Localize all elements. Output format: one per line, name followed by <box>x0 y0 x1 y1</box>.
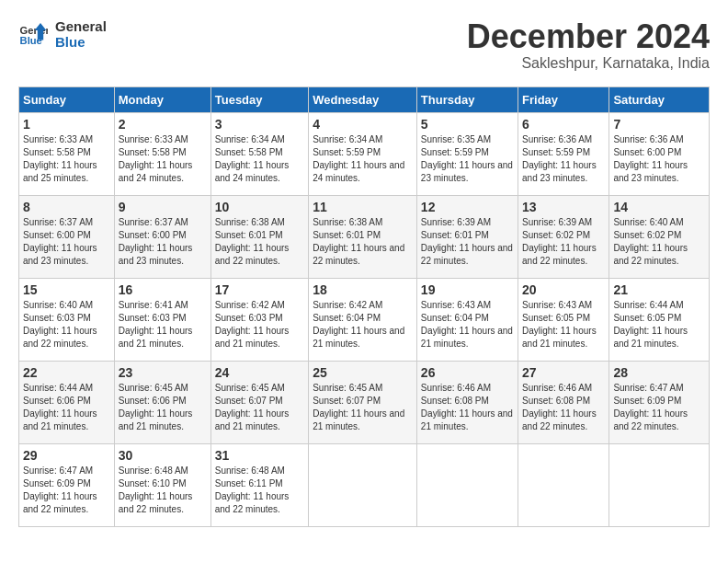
day-number: 24 <box>215 365 304 380</box>
day-detail: Sunrise: 6:44 AMSunset: 6:05 PMDaylight:… <box>613 300 688 349</box>
calendar-cell: 31 Sunrise: 6:48 AMSunset: 6:11 PMDaylig… <box>210 443 308 526</box>
day-number: 19 <box>421 282 514 297</box>
day-number: 11 <box>313 200 413 214</box>
calendar-cell <box>609 443 710 526</box>
location-title: Sakleshpur, Karnataka, India <box>467 55 710 72</box>
day-number: 1 <box>23 117 110 132</box>
week-row: 1 Sunrise: 6:33 AMSunset: 5:58 PMDayligh… <box>19 112 710 195</box>
day-number: 5 <box>421 117 514 132</box>
day-number: 20 <box>522 282 605 297</box>
calendar-cell: 23 Sunrise: 6:45 AMSunset: 6:06 PMDaylig… <box>114 361 210 443</box>
day-number: 2 <box>119 117 207 132</box>
logo: General Blue General Blue <box>18 18 107 50</box>
header-row: SundayMondayTuesdayWednesdayThursdayFrid… <box>19 86 710 112</box>
day-detail: Sunrise: 6:37 AMSunset: 6:00 PMDaylight:… <box>119 217 193 266</box>
day-number: 3 <box>215 117 304 132</box>
day-detail: Sunrise: 6:42 AMSunset: 6:03 PMDaylight:… <box>215 300 290 349</box>
day-detail: Sunrise: 6:39 AMSunset: 6:01 PMDaylight:… <box>421 217 513 266</box>
calendar-cell: 9 Sunrise: 6:37 AMSunset: 6:00 PMDayligh… <box>114 195 210 278</box>
calendar-cell: 14 Sunrise: 6:40 AMSunset: 6:02 PMDaylig… <box>609 195 710 278</box>
day-number: 9 <box>119 200 207 214</box>
day-detail: Sunrise: 6:34 AMSunset: 5:58 PMDaylight:… <box>215 134 290 183</box>
calendar-cell: 24 Sunrise: 6:45 AMSunset: 6:07 PMDaylig… <box>210 361 308 443</box>
day-number: 10 <box>215 200 304 214</box>
calendar-table: SundayMondayTuesdayWednesdayThursdayFrid… <box>18 86 710 527</box>
day-number: 27 <box>522 365 605 380</box>
calendar-cell: 12 Sunrise: 6:39 AMSunset: 6:01 PMDaylig… <box>416 195 518 278</box>
calendar-cell: 30 Sunrise: 6:48 AMSunset: 6:10 PMDaylig… <box>114 443 210 526</box>
calendar-cell: 8 Sunrise: 6:37 AMSunset: 6:00 PMDayligh… <box>19 195 115 278</box>
day-detail: Sunrise: 6:44 AMSunset: 6:06 PMDaylight:… <box>23 383 97 431</box>
calendar-cell: 4 Sunrise: 6:34 AMSunset: 5:59 PMDayligh… <box>309 112 417 195</box>
calendar-cell: 3 Sunrise: 6:34 AMSunset: 5:58 PMDayligh… <box>210 112 308 195</box>
calendar-cell: 18 Sunrise: 6:42 AMSunset: 6:04 PMDaylig… <box>309 278 417 361</box>
day-detail: Sunrise: 6:33 AMSunset: 5:58 PMDaylight:… <box>23 134 97 183</box>
day-number: 25 <box>313 365 413 380</box>
day-detail: Sunrise: 6:37 AMSunset: 6:00 PMDaylight:… <box>23 217 97 266</box>
day-number: 15 <box>23 282 110 297</box>
col-header-sunday: Sunday <box>19 86 115 112</box>
day-detail: Sunrise: 6:36 AMSunset: 6:00 PMDaylight:… <box>613 134 688 183</box>
day-detail: Sunrise: 6:46 AMSunset: 6:08 PMDaylight:… <box>522 383 597 431</box>
col-header-saturday: Saturday <box>609 86 710 112</box>
day-detail: Sunrise: 6:45 AMSunset: 6:07 PMDaylight:… <box>215 383 290 431</box>
day-detail: Sunrise: 6:48 AMSunset: 6:11 PMDaylight:… <box>215 465 290 514</box>
calendar-cell: 10 Sunrise: 6:38 AMSunset: 6:01 PMDaylig… <box>210 195 308 278</box>
calendar-cell: 25 Sunrise: 6:45 AMSunset: 6:07 PMDaylig… <box>309 361 417 443</box>
calendar-cell: 21 Sunrise: 6:44 AMSunset: 6:05 PMDaylig… <box>609 278 710 361</box>
calendar-cell: 5 Sunrise: 6:35 AMSunset: 5:59 PMDayligh… <box>416 112 518 195</box>
title-area: December 2024 Sakleshpur, Karnataka, Ind… <box>467 18 710 72</box>
week-row: 29 Sunrise: 6:47 AMSunset: 6:09 PMDaylig… <box>19 443 710 526</box>
calendar-cell <box>416 443 518 526</box>
calendar-cell: 19 Sunrise: 6:43 AMSunset: 6:04 PMDaylig… <box>416 278 518 361</box>
logo-icon: General Blue <box>18 19 48 49</box>
week-row: 8 Sunrise: 6:37 AMSunset: 6:00 PMDayligh… <box>19 195 710 278</box>
calendar-cell: 15 Sunrise: 6:40 AMSunset: 6:03 PMDaylig… <box>19 278 115 361</box>
calendar-cell: 1 Sunrise: 6:33 AMSunset: 5:58 PMDayligh… <box>19 112 115 195</box>
day-detail: Sunrise: 6:46 AMSunset: 6:08 PMDaylight:… <box>421 383 513 431</box>
logo-line1: General <box>55 18 107 34</box>
day-detail: Sunrise: 6:38 AMSunset: 6:01 PMDaylight:… <box>313 217 404 266</box>
day-number: 29 <box>23 448 110 463</box>
day-detail: Sunrise: 6:47 AMSunset: 6:09 PMDaylight:… <box>613 383 688 431</box>
day-detail: Sunrise: 6:40 AMSunset: 6:03 PMDaylight:… <box>23 300 97 349</box>
calendar-cell: 27 Sunrise: 6:46 AMSunset: 6:08 PMDaylig… <box>518 361 609 443</box>
calendar-cell: 2 Sunrise: 6:33 AMSunset: 5:58 PMDayligh… <box>114 112 210 195</box>
day-detail: Sunrise: 6:33 AMSunset: 5:58 PMDaylight:… <box>119 134 193 183</box>
calendar-cell: 7 Sunrise: 6:36 AMSunset: 6:00 PMDayligh… <box>609 112 710 195</box>
day-number: 4 <box>313 117 413 132</box>
calendar-cell <box>518 443 609 526</box>
calendar-cell: 28 Sunrise: 6:47 AMSunset: 6:09 PMDaylig… <box>609 361 710 443</box>
day-number: 12 <box>421 200 514 214</box>
day-number: 16 <box>119 282 207 297</box>
calendar-cell: 20 Sunrise: 6:43 AMSunset: 6:05 PMDaylig… <box>518 278 609 361</box>
week-row: 22 Sunrise: 6:44 AMSunset: 6:06 PMDaylig… <box>19 361 710 443</box>
header: General Blue General Blue December 2024 … <box>18 18 710 72</box>
day-number: 26 <box>421 365 514 380</box>
day-detail: Sunrise: 6:36 AMSunset: 5:59 PMDaylight:… <box>522 134 597 183</box>
calendar-cell: 11 Sunrise: 6:38 AMSunset: 6:01 PMDaylig… <box>309 195 417 278</box>
day-number: 17 <box>215 282 304 297</box>
day-number: 8 <box>23 200 110 214</box>
day-detail: Sunrise: 6:38 AMSunset: 6:01 PMDaylight:… <box>215 217 290 266</box>
day-detail: Sunrise: 6:45 AMSunset: 6:06 PMDaylight:… <box>119 383 193 431</box>
calendar-cell: 22 Sunrise: 6:44 AMSunset: 6:06 PMDaylig… <box>19 361 115 443</box>
calendar-cell: 13 Sunrise: 6:39 AMSunset: 6:02 PMDaylig… <box>518 195 609 278</box>
day-detail: Sunrise: 6:34 AMSunset: 5:59 PMDaylight:… <box>313 134 404 183</box>
day-detail: Sunrise: 6:40 AMSunset: 6:02 PMDaylight:… <box>613 217 688 266</box>
col-header-friday: Friday <box>518 86 609 112</box>
day-number: 7 <box>613 117 705 132</box>
day-number: 18 <box>313 282 413 297</box>
day-detail: Sunrise: 6:43 AMSunset: 6:04 PMDaylight:… <box>421 300 513 349</box>
day-number: 21 <box>613 282 705 297</box>
day-number: 14 <box>613 200 705 214</box>
logo-line2: Blue <box>55 34 107 50</box>
calendar-cell <box>309 443 417 526</box>
day-detail: Sunrise: 6:43 AMSunset: 6:05 PMDaylight:… <box>522 300 597 349</box>
col-header-tuesday: Tuesday <box>210 86 308 112</box>
calendar-cell: 26 Sunrise: 6:46 AMSunset: 6:08 PMDaylig… <box>416 361 518 443</box>
calendar-cell: 16 Sunrise: 6:41 AMSunset: 6:03 PMDaylig… <box>114 278 210 361</box>
col-header-monday: Monday <box>114 86 210 112</box>
calendar-cell: 17 Sunrise: 6:42 AMSunset: 6:03 PMDaylig… <box>210 278 308 361</box>
day-number: 22 <box>23 365 110 380</box>
